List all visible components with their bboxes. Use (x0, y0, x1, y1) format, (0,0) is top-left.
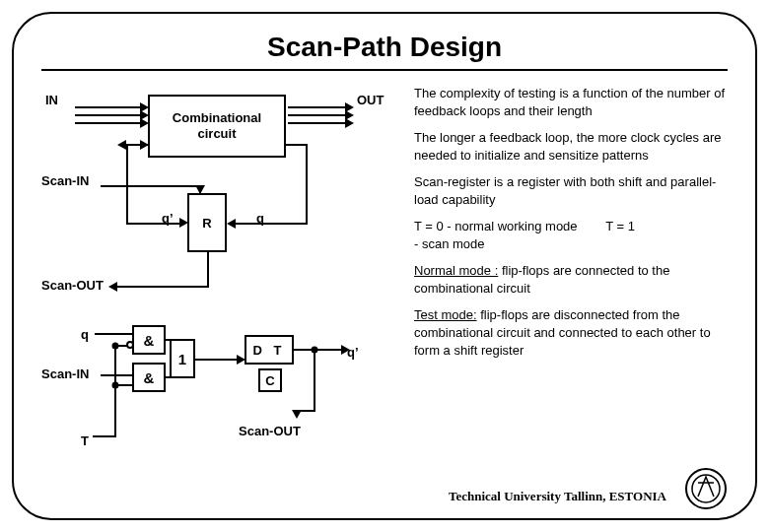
title-divider (41, 69, 728, 71)
wire-branch-scanout-v (314, 349, 315, 410)
arrowhead-scanout (108, 282, 117, 292)
wire-qprime-v (126, 144, 128, 223)
wire-scanout-v (207, 252, 209, 286)
inverter-bubble (126, 341, 134, 349)
junction-dot-1 (112, 343, 119, 350)
and-gate-1: & (132, 325, 166, 355)
or-gate: 1 (170, 339, 195, 378)
and-gate-2: & (132, 363, 166, 392)
note-2: The longer a feedback loop, the more clo… (414, 129, 728, 164)
arrowhead-or-d (237, 355, 245, 365)
wire-q-v (306, 144, 308, 225)
arrowhead-into-combo-left (140, 140, 149, 150)
lower-diagram: q Scan-IN T q’ Scan-OUT & & 1 D T C (41, 315, 396, 463)
note-6: Test mode: flip-flops are disconnected f… (414, 306, 728, 359)
wire-q-h (235, 223, 308, 225)
wire-scanin-and2 (101, 374, 132, 376)
wire-q-top (286, 144, 308, 146)
wire-scanin-h (101, 185, 199, 187)
label-out: OUT (357, 93, 384, 107)
arrowhead-branch-scanout (292, 410, 302, 419)
label-T-lower: T (81, 433, 89, 448)
upper-diagram: IN OUT Scan-IN Scan-OUT q’ q Combination… (41, 85, 396, 311)
label-in: IN (45, 93, 58, 107)
junction-dot-2 (112, 382, 119, 389)
d-flipflop-c: C (258, 368, 282, 392)
note-5a: Normal mode : (414, 263, 498, 278)
note-6a: Test mode: (414, 307, 477, 322)
diagram-column: IN OUT Scan-IN Scan-OUT q’ q Combination… (41, 85, 396, 463)
label-scan-out-lower: Scan-OUT (239, 424, 301, 438)
note-3: Scan-register is a register with both sh… (414, 173, 728, 208)
svg-point-1 (692, 475, 720, 502)
notes-column: The complexity of testing is a function … (414, 85, 728, 463)
combinational-circuit-box: Combinational circuit (148, 95, 286, 158)
note-1: The complexity of testing is a function … (414, 85, 728, 119)
wire-q-and1 (95, 333, 132, 335)
wire-and1-out (166, 339, 172, 341)
label-scan-out: Scan-OUT (41, 278, 104, 293)
label-scan-in: Scan-IN (41, 173, 89, 188)
slide-title: Scan-Path Design (41, 32, 728, 63)
wire-T-h (93, 435, 116, 437)
wire-and2-out (166, 376, 172, 378)
wire-or-d (195, 359, 237, 361)
content-row: IN OUT Scan-IN Scan-OUT q’ q Combination… (41, 85, 728, 463)
university-seal-icon (684, 467, 728, 510)
arrowhead-q-into-R (227, 219, 236, 229)
arrowhead-qprime-dummy (179, 218, 188, 228)
junction-dot-3 (312, 347, 318, 354)
wire-T-v (114, 345, 116, 435)
note-4: T = 0 - normal working mode T = 1 - scan… (414, 218, 728, 252)
note-4a: T = 0 - normal working mode (414, 219, 578, 233)
note-4c: - scan mode (414, 236, 485, 251)
note-5: Normal mode : flip-flops are connected t… (414, 262, 728, 297)
slide-frame: Scan-Path Design IN OUT Scan-IN Scan-OUT… (12, 12, 757, 520)
footer-text: Technical University Tallinn, ESTONIA (449, 489, 666, 504)
note-4b: T = 1 (605, 219, 635, 233)
wire-scanout-h (116, 286, 209, 288)
arrowhead-scanin (195, 185, 205, 194)
register-box: R (187, 193, 227, 252)
label-q-lower: q (81, 327, 89, 342)
arrowhead-d-qprime (341, 345, 350, 355)
d-flipflop-dt: D T (245, 335, 294, 365)
wire-qprime-h (126, 223, 179, 225)
arrowhead-qprime-into-feedback (117, 140, 126, 150)
label-scan-in-lower: Scan-IN (41, 366, 89, 381)
